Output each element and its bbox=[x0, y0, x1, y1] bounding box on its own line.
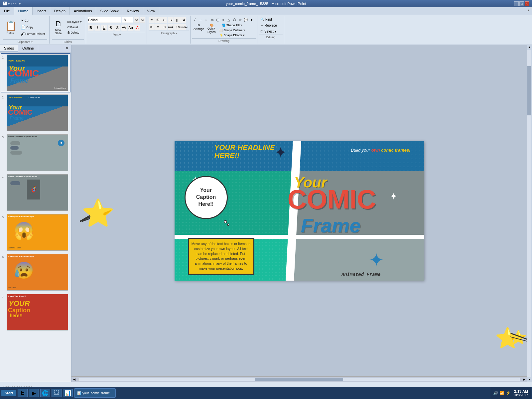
rounded-rect[interactable]: ▢ bbox=[215, 17, 220, 22]
font-color-button[interactable]: A bbox=[134, 25, 140, 31]
font-name-input[interactable] bbox=[88, 17, 121, 23]
convert-smartart-button[interactable]: SmartArt bbox=[180, 24, 186, 30]
char-spacing-button[interactable]: AV bbox=[121, 25, 127, 31]
info-box[interactable]: Move any of the text boxes or items to c… bbox=[188, 238, 254, 274]
slide-thumb-5[interactable]: Insert your Caption/Images 😱 Animated Fr… bbox=[7, 214, 68, 251]
font-size-decrease-btn[interactable]: A↓ bbox=[140, 17, 145, 23]
slide-thumb-7[interactable]: Insert Your Ideas!! YOUR Caption here!! bbox=[7, 294, 68, 331]
select-button[interactable]: ⬚ Select ▾ bbox=[259, 29, 283, 34]
callout-shape[interactable]: 💬 bbox=[243, 17, 248, 22]
new-slide-button[interactable]: 🗋 NewSlide bbox=[53, 19, 65, 36]
slide-thumb-4[interactable]: Insert Your Own Caption Items 🦸 bbox=[7, 174, 68, 211]
scroll-left-btn[interactable]: ◀ bbox=[71, 378, 77, 381]
tab-file[interactable]: File bbox=[0, 7, 14, 15]
tab-home[interactable]: Home bbox=[14, 7, 33, 15]
layout-button[interactable]: ⊞ Layout ▾ bbox=[66, 20, 83, 24]
headline-text[interactable]: YOUR HEADLINEHERE!! bbox=[214, 144, 275, 160]
align-center-button[interactable]: ≡ bbox=[155, 24, 161, 30]
change-case-button[interactable]: Aa bbox=[128, 25, 134, 31]
quick-styles-button[interactable]: 🎨QuickStyles bbox=[206, 23, 217, 38]
arrange-button[interactable]: ⧉Arrange bbox=[192, 23, 205, 38]
bold-button[interactable]: B bbox=[88, 25, 94, 31]
scroll-right-btn[interactable]: ▶ bbox=[521, 378, 527, 381]
slide-thumb-6[interactable]: Insert your Caption/Images 😰 Still Frame bbox=[7, 254, 68, 291]
scroll-up-btn[interactable]: ▲ bbox=[527, 45, 532, 49]
scroll-track-h[interactable] bbox=[78, 378, 520, 381]
slides-tab[interactable]: Slides bbox=[0, 45, 18, 52]
arrow-shape[interactable]: → bbox=[198, 17, 203, 22]
font-size-increase-btn[interactable]: A↑ bbox=[134, 17, 139, 23]
replace-button[interactable]: ↔ Replace bbox=[259, 23, 283, 28]
shape-outline-button[interactable]: ⬜ Shape Outline ▾ bbox=[218, 28, 246, 33]
minimize-btn[interactable]: — bbox=[514, 1, 519, 6]
oval-shape[interactable]: ○ bbox=[220, 17, 226, 22]
decrease-indent-button[interactable]: ⇤ bbox=[161, 17, 167, 23]
increase-indent-button[interactable]: ⇥ bbox=[168, 17, 174, 23]
slide-thumb-3[interactable]: Insert Your Own Caption Items 💬 bbox=[7, 134, 68, 171]
slide-thumb-1[interactable]: YOUR HEADLINE Your COMIC Frame Animated … bbox=[7, 55, 68, 91]
scroll-down-btn[interactable]: ▼ bbox=[527, 377, 532, 382]
tab-insert[interactable]: Insert bbox=[33, 7, 50, 15]
pentagon-shape[interactable]: ⬠ bbox=[232, 17, 237, 22]
columns-button[interactable]: ⫼ bbox=[174, 17, 180, 23]
start-button[interactable]: Start bbox=[1, 390, 16, 396]
bullets-button[interactable]: ≡ bbox=[149, 17, 155, 23]
cut-button[interactable]: ✂ Cut bbox=[19, 18, 47, 24]
scroll-thumb-h[interactable] bbox=[255, 378, 343, 381]
reset-button[interactable]: ↺ Reset bbox=[66, 25, 83, 30]
font-size-input[interactable] bbox=[122, 17, 133, 23]
outline-tab[interactable]: Outline bbox=[18, 45, 38, 52]
slide-thumb-2[interactable]: YOUR HEADLINE Your COMIC Frame Change th… bbox=[7, 94, 68, 131]
triangle-shape[interactable]: △ bbox=[226, 17, 231, 22]
double-arrow[interactable]: ↔ bbox=[203, 17, 209, 22]
underline-button[interactable]: U bbox=[101, 25, 107, 31]
tab-animations[interactable]: Animations bbox=[70, 7, 96, 15]
star-shape[interactable]: ☆ bbox=[237, 17, 243, 22]
frame-title-text[interactable]: Frame bbox=[301, 214, 361, 237]
line-shape[interactable]: / bbox=[192, 17, 198, 22]
comic-title-text[interactable]: COMIC bbox=[288, 184, 376, 215]
shape-effects-button[interactable]: ✨ Shape Effects ▾ bbox=[218, 33, 246, 38]
taskbar-icon-3[interactable]: 🌐 bbox=[40, 389, 50, 397]
slide-item-3[interactable]: 3 Insert Your Own Caption Items 💬 bbox=[1, 134, 70, 172]
rect-shape[interactable]: ▭ bbox=[209, 17, 214, 22]
copy-button[interactable]: 📄 Copy bbox=[19, 24, 47, 30]
slide-item-2[interactable]: 2 YOUR HEADLINE Your COMIC Frame Change … bbox=[1, 94, 70, 132]
maximize-btn[interactable]: □ bbox=[519, 1, 524, 6]
slide-item-1[interactable]: 1 YOUR HEADLINE Your COMIC Frame Animate… bbox=[1, 54, 70, 92]
slide-item-7[interactable]: 7 Insert Your Ideas!! YOUR Caption here!… bbox=[1, 293, 70, 331]
tab-design[interactable]: Design bbox=[50, 7, 70, 15]
paste-button[interactable]: 📋 Paste bbox=[4, 20, 17, 35]
format-painter-button[interactable]: 🖌 Format Painter bbox=[19, 31, 47, 37]
find-button[interactable]: 🔍 Find bbox=[259, 17, 283, 22]
close-btn[interactable]: ✕ bbox=[525, 1, 529, 6]
shape-fill-button[interactable]: 🪣 Shape Fill ▾ bbox=[218, 23, 246, 28]
tab-slideshow[interactable]: Slide Show bbox=[96, 7, 123, 15]
slide-item-5[interactable]: 5 Insert your Caption/Images 😱 Animated … bbox=[1, 213, 70, 251]
shadow-button[interactable]: S bbox=[114, 25, 120, 31]
taskbar-icon-5[interactable]: 📊 bbox=[63, 389, 73, 397]
slide-panel-close[interactable]: ✕ bbox=[63, 45, 71, 52]
numbering-button[interactable]: ① bbox=[155, 17, 161, 23]
slide-item-4[interactable]: 4 Insert Your Own Caption Items 🦸 bbox=[1, 174, 70, 211]
tab-view[interactable]: View bbox=[143, 7, 160, 15]
scroll-thumb-v[interactable] bbox=[527, 66, 531, 115]
canvas-area[interactable]: ⭐ ⭐ ⭐ bbox=[71, 45, 527, 376]
align-right-button[interactable]: ⇥ bbox=[161, 24, 167, 30]
more-shapes[interactable]: ▾ bbox=[249, 17, 254, 22]
tab-review[interactable]: Review bbox=[123, 7, 143, 15]
align-left-button[interactable]: ⇤ bbox=[149, 24, 155, 30]
italic-button[interactable]: I bbox=[94, 25, 100, 31]
taskbar-icon-4[interactable]: 🖼 bbox=[52, 389, 62, 397]
slide-item-6[interactable]: 6 Insert your Caption/Images 😰 Still Fra… bbox=[1, 253, 70, 291]
ribbon-collapse-btn[interactable]: ▲ bbox=[525, 7, 532, 15]
text-direction-button[interactable]: ↕A bbox=[180, 17, 186, 23]
caption-bubble[interactable]: YourCaptionHere!! bbox=[185, 176, 228, 219]
vertical-scrollbar[interactable]: ▲ ▼ bbox=[527, 45, 532, 382]
taskbar-icon-1[interactable]: 🖥 bbox=[18, 389, 28, 397]
main-slide-canvas[interactable]: YOUR HEADLINEHERE!! Build your own comic… bbox=[175, 141, 424, 281]
taskbar-pp-item[interactable]: 📊 your_comic_frame... bbox=[74, 388, 116, 398]
scroll-track-v[interactable] bbox=[527, 50, 531, 377]
taskbar-icon-2[interactable]: ▶ bbox=[29, 389, 39, 397]
delete-button[interactable]: 🗑 Delete bbox=[66, 30, 83, 35]
